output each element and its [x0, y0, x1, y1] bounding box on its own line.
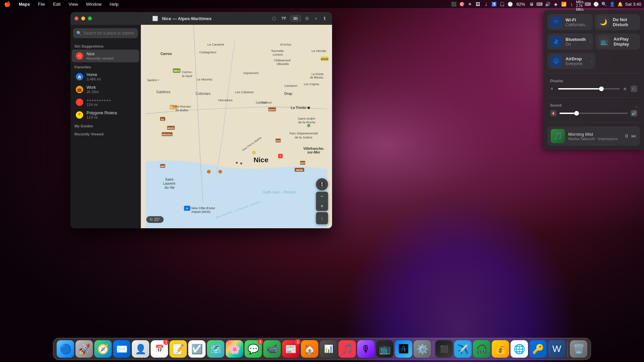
headphones-icon[interactable]: 🎧 [499, 1, 505, 7]
notification-icon[interactable]: 🔔 [617, 1, 623, 7]
airdrop-row[interactable]: AirDrop Everyone › [547, 53, 595, 69]
svg-text:sur-Mer: sur-Mer [307, 150, 320, 154]
bluetooth-menubar-icon[interactable]: ◈ [553, 1, 559, 7]
dock-settings[interactable]: ⚙️ [414, 340, 431, 358]
svg-point-55 [240, 163, 242, 165]
dock-news[interactable]: 1 📰 [282, 340, 300, 358]
dock-telegram[interactable]: ✈️ [454, 340, 472, 358]
map-type-icon[interactable]: 🗺 [280, 15, 287, 22]
map-area[interactable]: M634 M514 M1 M6202 M6202bis M2204 [141, 25, 332, 228]
tilt-button[interactable]: ↕ [316, 212, 328, 224]
sound-chevron[interactable]: › [636, 104, 637, 109]
pause-button[interactable]: ⏸ [624, 133, 629, 139]
dnd-row[interactable]: 🌙 Do Not Disturb [595, 14, 640, 30]
3d-button[interactable]: 3D [290, 15, 301, 21]
screentime-icon[interactable]: 🕐 [507, 1, 513, 7]
brightness-icon[interactable]: ☀ [467, 1, 473, 7]
polygone-avatar: 📍 [76, 111, 83, 119]
compass-titlebar-icon[interactable]: ⬡ [271, 15, 277, 22]
dock-contacts[interactable]: 👤 [132, 340, 149, 358]
zoom-in-button[interactable]: + [316, 201, 328, 211]
divider-1 [547, 73, 640, 73]
dock-home[interactable]: 🏠 [301, 340, 318, 358]
dock-actmon[interactable]: 📊 [320, 340, 337, 358]
dock-photos[interactable]: 🌸 [226, 340, 243, 358]
search-menubar-icon[interactable]: 🔍 [601, 1, 607, 7]
dock-calendar[interactable]: 1 📅 [151, 340, 168, 358]
volume-max-icon[interactable]: 🔊 [631, 110, 637, 117]
airplay-row[interactable]: 📺 AirPlay Display [595, 34, 640, 50]
sidebar-item-redacted[interactable]: 📍 ●●●●●●●●●● 124 mi [72, 96, 139, 109]
dock-appletv[interactable]: 📺 [376, 340, 393, 358]
music-icon[interactable]: ♩ [483, 1, 489, 7]
dock-trash[interactable]: 🗑️ [570, 340, 587, 358]
volume-icon[interactable]: 🔊 [545, 1, 551, 7]
dock-notes[interactable]: 📝 [169, 340, 187, 358]
svg-text:Villefranche-: Villefranche- [303, 147, 324, 150]
dock-1password[interactable]: 🔑 [529, 340, 547, 358]
dock-terminal[interactable]: ⬛ [435, 340, 453, 358]
dock-coins[interactable]: 💰 [492, 340, 509, 358]
night-shift-icon[interactable]: ☾ [631, 85, 637, 92]
maximize-button[interactable] [88, 16, 92, 20]
dock-maps[interactable]: 🗺️ [207, 340, 224, 358]
keyboard-icon[interactable]: ⌨ [537, 1, 543, 7]
svg-point-51 [253, 151, 255, 154]
dock-mail[interactable]: ✉️ [113, 340, 130, 358]
apple-menu[interactable]: 🍎 [3, 1, 12, 7]
window-menu[interactable]: Window [85, 2, 103, 7]
svg-point-54 [236, 162, 238, 164]
dock-facetime[interactable]: 📹 [263, 340, 281, 358]
file-menu[interactable]: File [37, 2, 46, 7]
dock-messages[interactable]: 1 💬 [245, 340, 262, 358]
sidebar-item-work[interactable]: 💼 Work 2h 35m [72, 83, 139, 96]
help-menu[interactable]: Help [108, 2, 120, 7]
sidebar-item-nice[interactable]: N Nice Recently viewed [72, 50, 139, 62]
dock-reminders[interactable]: ☑️ [188, 340, 206, 358]
dock-finder[interactable]: 🔵 [57, 340, 74, 358]
clock-icon[interactable]: 🕐 [593, 1, 599, 7]
battery-indicator[interactable]: 92% [515, 2, 527, 7]
settings-map-icon[interactable]: ⚙ [304, 15, 311, 22]
keyboard2-icon[interactable]: ⌨ [585, 1, 591, 7]
dock-chrome[interactable]: 🌐 [511, 340, 528, 358]
dock-spotify[interactable]: 🎧 [473, 340, 490, 358]
network-icon[interactable]: ↕ [569, 1, 575, 7]
view-menu[interactable]: View [67, 2, 79, 7]
add-icon[interactable]: + [313, 15, 319, 22]
sidebar-toggle-icon[interactable]: ⬜ [151, 15, 159, 22]
sidebar-item-home[interactable]: 🏠 Home 3,486 mi [72, 70, 139, 83]
dock-safari[interactable]: 🧭 [94, 340, 112, 358]
screen-icon[interactable]: ⬛ [451, 1, 457, 7]
volume-slider[interactable] [559, 113, 628, 114]
wifi-row[interactable]: Wi-Fi Californian... [547, 14, 593, 30]
search-input[interactable] [84, 31, 135, 36]
zoom-out-button[interactable]: − [316, 192, 328, 201]
location-icon[interactable]: 🎯 [459, 1, 465, 7]
share-icon[interactable]: ⬆ [321, 15, 328, 22]
accessibility-icon[interactable]: ♿ [491, 1, 497, 7]
sidebar-item-polygone[interactable]: 📍 Polygone Riviera 119 mi [72, 109, 139, 121]
compass-button[interactable]: N [316, 178, 328, 190]
maps-window: ⬜ Nice — Alpes-Maritimes ⬡ 🗺 3D ⚙ + ⬆ 🔍 … [70, 12, 332, 228]
app-name-menu[interactable]: Maps [17, 2, 31, 7]
minimize-button[interactable] [81, 16, 85, 20]
search-bar[interactable]: 🔍 [73, 28, 138, 38]
brightness-slider[interactable] [558, 88, 620, 89]
edit-menu[interactable]: Edit [52, 2, 62, 7]
display-menu-icon[interactable]: 🖥 [529, 1, 535, 7]
svg-text:Saint-André-: Saint-André- [298, 117, 316, 120]
dock-launchpad[interactable]: 🚀 [75, 340, 93, 358]
dock-appstore[interactable]: 🅰 [395, 340, 412, 358]
bluetooth-row[interactable]: Bluetooth On › [547, 34, 593, 50]
dock-word[interactable]: W [548, 340, 566, 358]
dock-podcasts[interactable]: 🎙 [357, 340, 375, 358]
messages-badge: 1 [258, 339, 263, 345]
dock-music[interactable]: 🎵 [338, 340, 356, 358]
photos-menu-icon[interactable]: 🖼 [475, 1, 481, 7]
mute-icon[interactable]: 🔇 [550, 110, 557, 117]
skip-forward-button[interactable]: ⏭ [631, 133, 637, 139]
wifi-menubar-icon[interactable]: 📶 [561, 1, 567, 7]
close-button[interactable] [74, 16, 78, 20]
user-icon[interactable]: 👤 [609, 1, 615, 7]
